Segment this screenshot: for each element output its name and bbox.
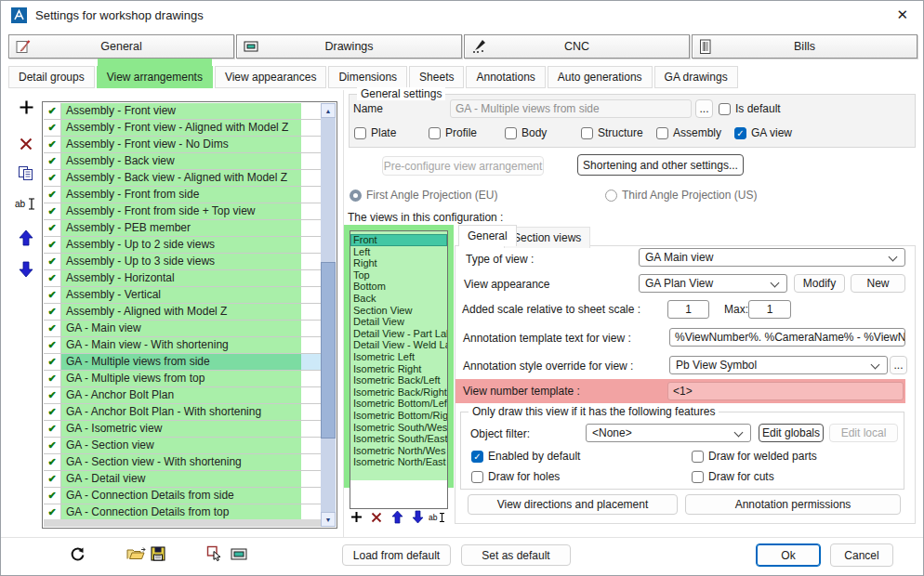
sub-tab[interactable]: Annotations — [466, 66, 545, 88]
checked-cell[interactable]: ✔ — [44, 354, 61, 370]
tab-drawings[interactable]: Drawings — [236, 34, 462, 59]
checkbox-box[interactable] — [692, 471, 704, 483]
set-as-default-button[interactable]: Set as default — [461, 544, 571, 566]
preconfigure-button[interactable]: Pre-configure view arrangement — [382, 156, 544, 176]
arrangement-list-item[interactable]: ✔ Assembly - Vertical — [44, 287, 321, 304]
annotation-style-browse-button[interactable]: ... — [890, 356, 907, 374]
arrangement-list-item[interactable]: ✔ Assembly - Back view — [44, 153, 321, 170]
checkbox-box[interactable] — [471, 471, 483, 483]
save-icon[interactable] — [151, 546, 165, 561]
checked-cell[interactable]: ✔ — [44, 404, 61, 420]
arrangement-list-item[interactable]: ✔ GA - Section view — [44, 438, 321, 454]
view-item[interactable]: Isometric North/East — [350, 456, 447, 468]
annotation-style-select[interactable]: Pb View Symbol — [669, 356, 888, 374]
object-filter-select[interactable]: <None> — [586, 424, 751, 442]
checked-cell[interactable]: ✔ — [44, 371, 61, 386]
checked-cell[interactable]: ✔ — [44, 137, 61, 152]
view-item[interactable]: Top — [350, 269, 447, 281]
arrangement-list-item[interactable]: ✔ Assembly - Aligned with Model Z — [44, 304, 321, 321]
close-icon[interactable]: ✕ — [896, 7, 908, 21]
sub-tab[interactable]: Detail groups — [8, 66, 95, 88]
modify-button[interactable]: Modify — [794, 274, 845, 293]
view-number-template-input[interactable]: <1> — [667, 382, 904, 400]
checkbox-box[interactable] — [471, 451, 483, 463]
draw-for-holes-checkbox[interactable]: Draw for holes — [471, 470, 560, 483]
delete-icon[interactable] — [19, 137, 33, 151]
checked-cell[interactable]: ✔ — [44, 103, 61, 119]
arrangement-list-item[interactable]: ✔ Assembly - Up to 2 side views — [44, 237, 321, 254]
view-item[interactable]: Isometric Right — [350, 363, 447, 375]
draw-for-cuts-checkbox[interactable]: Draw for cuts — [692, 470, 774, 483]
view-item[interactable]: Bottom — [350, 281, 447, 293]
arrangement-list-item[interactable]: ✔ Assembly - Front from side + Top view — [44, 203, 321, 220]
view-item[interactable]: Isometric Back/Right — [350, 386, 447, 399]
view-item[interactable]: Right — [350, 257, 447, 269]
max-scale-input[interactable]: 1 — [748, 300, 791, 319]
third-angle-radio[interactable]: Third Angle Projection (US) — [605, 189, 757, 202]
checked-cell[interactable]: ✔ — [44, 387, 61, 403]
tab-section-views[interactable]: Section views — [504, 227, 590, 248]
sub-tab[interactable]: Sheets — [409, 66, 464, 88]
view-appearance-select[interactable]: GA Plan View — [639, 274, 787, 293]
arrangement-list-item[interactable]: ✔ GA - Section view - With shortening — [44, 454, 321, 471]
checkbox-box[interactable] — [734, 127, 746, 139]
checkbox-box[interactable] — [581, 127, 593, 139]
arrangement-list-item[interactable]: ✔ Assembly - PEB member — [44, 220, 321, 237]
view-item[interactable]: Isometric South/East — [350, 433, 447, 445]
scroll-down-icon[interactable]: ▼ — [321, 512, 336, 527]
vertical-scrollbar[interactable]: ▲ ▼ — [321, 103, 336, 527]
name-browse-button[interactable]: ... — [695, 99, 713, 118]
checkbox-box[interactable] — [505, 127, 517, 139]
scroll-up-icon[interactable]: ▲ — [321, 103, 336, 118]
view-item[interactable]: Back — [350, 293, 447, 305]
view-rename-icon[interactable]: ab — [429, 512, 447, 523]
view-delete-icon[interactable] — [371, 512, 382, 523]
refresh-icon[interactable] — [69, 545, 86, 563]
edit-globals-button[interactable]: Edit globals — [759, 424, 824, 442]
checkbox-box[interactable] — [692, 451, 704, 463]
checked-cell[interactable]: ✔ — [44, 237, 61, 253]
checked-cell[interactable]: ✔ — [44, 421, 61, 437]
ga-view-checkbox[interactable]: GA view — [734, 126, 792, 139]
body-checkbox[interactable]: Body — [505, 126, 547, 139]
cancel-button[interactable]: Cancel — [830, 543, 893, 567]
tab-view-general[interactable]: General — [458, 225, 517, 246]
view-item[interactable]: Detail View - Part Lab — [350, 328, 447, 340]
arrangement-list-item[interactable]: ✔ GA - Multiple views from top — [44, 371, 321, 387]
view-item[interactable]: Isometric Back/Left — [350, 374, 447, 386]
shortening-settings-button[interactable]: Shortening and other settings... — [577, 154, 744, 176]
view-item[interactable]: Isometric North/Wes — [350, 445, 447, 457]
checked-cell[interactable]: ✔ — [44, 120, 61, 136]
view-item[interactable]: Isometric South/Wes — [350, 422, 447, 434]
view-item[interactable]: Isometric Bottom/Rig — [350, 410, 447, 422]
sub-tab[interactable]: View appearances — [215, 66, 327, 88]
arrangement-list-item[interactable]: ✔ GA - Isometric view — [44, 421, 321, 438]
display-settings-icon[interactable] — [231, 548, 247, 560]
sub-tab[interactable]: View arrangements — [97, 66, 213, 88]
tab-bills[interactable]: Bills — [692, 34, 917, 59]
arrangement-list-item[interactable]: ✔ Assembly - Back view - Aligned with Mo… — [44, 170, 321, 187]
checked-cell[interactable]: ✔ — [44, 488, 61, 504]
checked-cell[interactable]: ✔ — [44, 287, 61, 303]
annotation-permissions-button[interactable]: Annotation permissions — [685, 494, 901, 515]
checked-cell[interactable]: ✔ — [44, 321, 61, 336]
view-add-icon[interactable] — [350, 511, 363, 523]
arrangement-list-item[interactable]: ✔ GA - Anchor Bolt Plan - With shortenin… — [44, 404, 321, 421]
checked-cell[interactable]: ✔ — [44, 254, 61, 269]
arrangement-list-item[interactable]: ✔ Assembly - Front view - Aligned with M… — [44, 120, 321, 137]
arrangement-list-item[interactable]: ✔ Assembly - Front view - No Dims — [44, 137, 321, 153]
arrangement-list-item[interactable]: ✔ GA - Detail view — [44, 471, 321, 488]
sub-tab[interactable]: Auto generations — [548, 66, 653, 88]
radio-button[interactable] — [605, 190, 617, 202]
copy-icon[interactable] — [18, 165, 34, 181]
pick-in-drawing-icon[interactable] — [206, 545, 224, 563]
arrangement-list-item[interactable]: ✔ GA - Main view — [44, 321, 321, 337]
arrangement-list-item[interactable]: ✔ Assembly - Horizontal — [44, 270, 321, 287]
checkbox-box[interactable] — [656, 127, 668, 139]
move-down-icon[interactable] — [19, 261, 33, 278]
checked-cell[interactable]: ✔ — [44, 438, 61, 453]
new-button[interactable]: New — [851, 274, 905, 293]
arrangement-list-item[interactable]: ✔ GA - Anchor Bolt Plan — [44, 387, 321, 404]
arrangement-list-item[interactable]: ✔ Assembly - Front from side — [44, 187, 321, 203]
tab-general[interactable]: General — [8, 34, 234, 59]
